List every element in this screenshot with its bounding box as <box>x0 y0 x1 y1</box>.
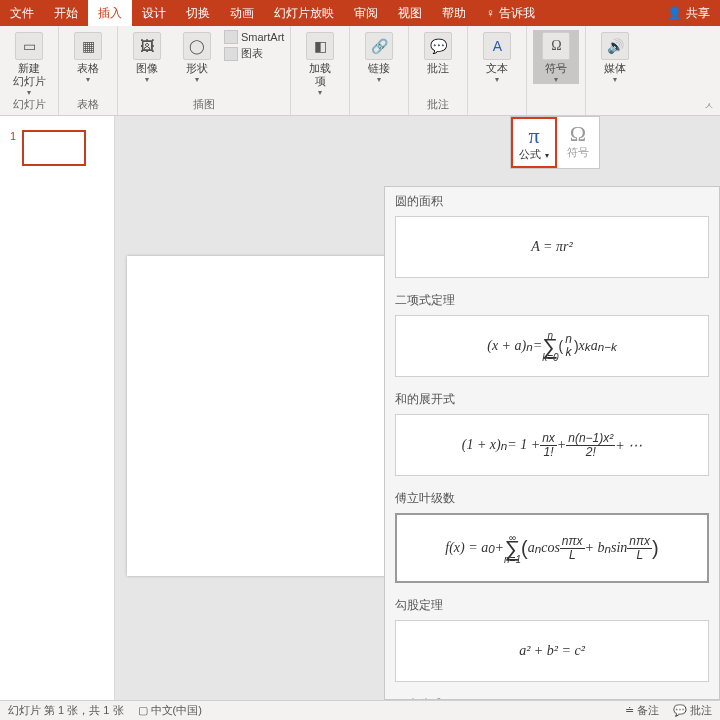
status-comments[interactable]: 💬 批注 <box>673 703 712 718</box>
group-comments: 💬 批注 批注 <box>409 26 468 115</box>
group-label-text <box>474 112 520 113</box>
ribbon-collapse-icon[interactable]: ㅅ <box>704 99 714 113</box>
group-label-symbols <box>533 112 579 113</box>
illustration-mini-list: SmartArt 图表 <box>224 30 284 61</box>
slide-thumbnails: 1 <box>0 116 115 700</box>
menu-bar: 文件 开始 插入 设计 切换 动画 幻灯片放映 审阅 视图 帮助 ♀告诉我 👤共… <box>0 0 720 26</box>
formula-circle-area[interactable]: A = πr² <box>395 216 709 278</box>
tab-review[interactable]: 审阅 <box>344 0 388 26</box>
lang-icon: ▢ <box>138 704 148 716</box>
chart-button[interactable]: 图表 <box>224 46 284 61</box>
group-tables: ▦ 表格 表格 <box>59 26 118 115</box>
thumbnail-1[interactable]: 1 <box>10 130 104 166</box>
formula-pythagoras[interactable]: a² + b² = c² <box>395 620 709 682</box>
comment-button[interactable]: 💬 批注 <box>415 30 461 75</box>
tab-home[interactable]: 开始 <box>44 0 88 26</box>
slide-canvas[interactable] <box>127 256 387 576</box>
shapes-icon: ◯ <box>183 32 211 60</box>
group-label-tables: 表格 <box>65 97 111 113</box>
new-slide-button[interactable]: ▭ 新建 幻灯片 <box>6 30 52 97</box>
comment-icon: 💬 <box>424 32 452 60</box>
table-icon: ▦ <box>74 32 102 60</box>
group-label-illustrations: 插图 <box>124 97 284 113</box>
media-button[interactable]: 🔊 媒体 <box>592 30 638 84</box>
thumbnail-number: 1 <box>10 130 16 166</box>
omega-icon: Ω <box>542 32 570 60</box>
formula-binomial[interactable]: (x + a)n = n∑k=0 (nk) xkan−k <box>395 315 709 377</box>
links-button[interactable]: 🔗 链接 <box>356 30 402 84</box>
tab-insert[interactable]: 插入 <box>88 0 132 26</box>
tab-transition[interactable]: 切换 <box>176 0 220 26</box>
equation-gallery: 圆的面积 A = πr² 二项式定理 (x + a)n = n∑k=0 (nk)… <box>384 186 720 700</box>
group-label-addins <box>297 112 343 113</box>
group-links: 🔗 链接 <box>350 26 409 115</box>
pi-icon: π <box>528 125 539 147</box>
group-label-slides: 幻灯片 <box>6 97 52 113</box>
section-binomial: 二项式定理 <box>385 286 719 313</box>
group-label-comments: 批注 <box>415 97 461 113</box>
tab-design[interactable]: 设计 <box>132 0 176 26</box>
smartart-icon <box>224 30 238 44</box>
chart-icon <box>224 47 238 61</box>
group-label-links <box>356 112 402 113</box>
group-text: A 文本 <box>468 26 527 115</box>
smartart-button[interactable]: SmartArt <box>224 30 284 44</box>
symbols-button[interactable]: Ω 符号 <box>533 30 579 84</box>
tab-help[interactable]: 帮助 <box>432 0 476 26</box>
formula-fourier[interactable]: f(x) = a0 + ∞∑n=1 (an cosnπxL + bn sinnπ… <box>395 513 709 583</box>
group-slides: ▭ 新建 幻灯片 幻灯片 <box>0 26 59 115</box>
status-lang[interactable]: ▢ 中文(中国) <box>138 703 202 718</box>
status-bar: 幻灯片 第 1 张，共 1 张 ▢ 中文(中国) ≐ 备注 💬 批注 <box>0 700 720 720</box>
section-fourier: 傅立叶级数 <box>385 484 719 511</box>
status-slide-count: 幻灯片 第 1 张，共 1 张 <box>8 703 124 718</box>
formula-sum-expansion[interactable]: (1 + x)n = 1 + nx1! + n(n−1)x²2! + ⋯ <box>395 414 709 476</box>
images-button[interactable]: 🖼 图像 <box>124 30 170 84</box>
group-media: 🔊 媒体 <box>586 26 644 115</box>
section-pythagoras: 勾股定理 <box>385 591 719 618</box>
group-illustrations: 🖼 图像 ◯ 形状 SmartArt 图表 插图 <box>118 26 291 115</box>
status-notes[interactable]: ≐ 备注 <box>625 703 659 718</box>
tab-animation[interactable]: 动画 <box>220 0 264 26</box>
lightbulb-icon: ♀ <box>486 6 495 20</box>
tab-view[interactable]: 视图 <box>388 0 432 26</box>
images-icon: 🖼 <box>133 32 161 60</box>
table-button[interactable]: ▦ 表格 <box>65 30 111 84</box>
group-addins: ◧ 加载 项 <box>291 26 350 115</box>
addins-button[interactable]: ◧ 加载 项 <box>297 30 343 97</box>
share-icon: 👤 <box>667 6 682 20</box>
thumbnail-preview <box>22 130 86 166</box>
section-circle-area: 圆的面积 <box>385 187 719 214</box>
text-button[interactable]: A 文本 <box>474 30 520 84</box>
ribbon: ▭ 新建 幻灯片 幻灯片 ▦ 表格 表格 🖼 图像 ◯ 形状 SmartArt <box>0 26 720 116</box>
tab-share[interactable]: 👤共享 <box>657 0 720 26</box>
symbol-button[interactable]: Ω 符号 <box>557 117 599 168</box>
tab-file[interactable]: 文件 <box>0 0 44 26</box>
group-symbols: Ω 符号 <box>527 26 586 115</box>
group-label-media <box>592 112 638 113</box>
omega-icon: Ω <box>570 123 586 145</box>
new-slide-icon: ▭ <box>15 32 43 60</box>
equation-button[interactable]: π 公式 ▾ <box>511 117 557 168</box>
shapes-button[interactable]: ◯ 形状 <box>174 30 220 84</box>
section-sum-expansion: 和的展开式 <box>385 385 719 412</box>
links-icon: 🔗 <box>365 32 393 60</box>
tab-tellme[interactable]: ♀告诉我 <box>476 0 545 26</box>
addins-icon: ◧ <box>306 32 334 60</box>
text-icon: A <box>483 32 511 60</box>
tab-slideshow[interactable]: 幻灯片放映 <box>264 0 344 26</box>
section-quadratic: 二次公式 <box>385 690 719 700</box>
media-icon: 🔊 <box>601 32 629 60</box>
symbols-submenu: π 公式 ▾ Ω 符号 <box>510 116 600 169</box>
